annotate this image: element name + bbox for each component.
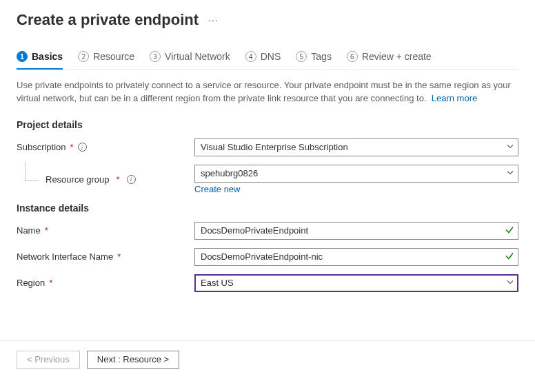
tab-label: Basics — [32, 51, 63, 62]
nic-label: Network Interface Name — [17, 251, 113, 262]
required-indicator: * — [49, 278, 52, 288]
tab-review-create[interactable]: 6 Review + create — [347, 47, 432, 69]
resource-group-label: Resource group — [46, 174, 110, 185]
step-number: 5 — [296, 51, 307, 62]
tab-label: Review + create — [362, 51, 432, 62]
region-label: Region — [17, 278, 45, 288]
tab-resource[interactable]: 2 Resource — [78, 47, 134, 69]
info-icon[interactable]: i — [78, 143, 87, 152]
step-number: 3 — [150, 51, 161, 62]
resource-group-select[interactable] — [194, 165, 518, 183]
learn-more-link[interactable]: Learn more — [432, 93, 477, 103]
required-indicator: * — [45, 225, 48, 236]
step-number: 2 — [78, 51, 89, 62]
more-actions-icon[interactable]: ··· — [208, 14, 219, 25]
tab-label: DNS — [261, 51, 281, 62]
required-indicator: * — [117, 174, 120, 185]
subscription-label: Subscription — [17, 142, 66, 152]
tree-connector-icon — [21, 172, 39, 187]
create-new-link[interactable]: Create new — [194, 184, 240, 194]
step-number: 6 — [347, 51, 358, 62]
tab-tags[interactable]: 5 Tags — [296, 47, 332, 69]
tab-description: Use private endpoints to privately conne… — [17, 79, 518, 105]
tab-label: Resource — [93, 51, 134, 62]
info-icon[interactable]: i — [127, 175, 136, 184]
wizard-tabs: 1 Basics 2 Resource 3 Virtual Network 4 … — [17, 47, 518, 70]
subscription-select[interactable] — [194, 138, 518, 156]
name-label: Name — [17, 225, 41, 236]
tab-label: Virtual Network — [165, 51, 230, 62]
tab-label: Tags — [311, 51, 332, 62]
name-input[interactable] — [194, 222, 518, 240]
tab-virtual-network[interactable]: 3 Virtual Network — [150, 47, 230, 69]
tab-dns[interactable]: 4 DNS — [245, 47, 281, 69]
section-project-details: Project details — [17, 119, 518, 130]
tab-basics[interactable]: 1 Basics — [17, 47, 63, 69]
required-indicator: * — [117, 251, 121, 262]
region-select[interactable] — [194, 274, 518, 292]
step-number: 1 — [17, 51, 28, 62]
previous-button: < Previous — [17, 351, 80, 369]
wizard-footer: < Previous Next : Resource > — [0, 340, 535, 378]
required-indicator: * — [70, 142, 74, 152]
next-button[interactable]: Next : Resource > — [87, 351, 179, 369]
section-instance-details: Instance details — [17, 203, 518, 214]
nic-input[interactable] — [194, 248, 518, 266]
step-number: 4 — [245, 51, 256, 62]
page-title: Create a private endpoint — [17, 11, 199, 29]
